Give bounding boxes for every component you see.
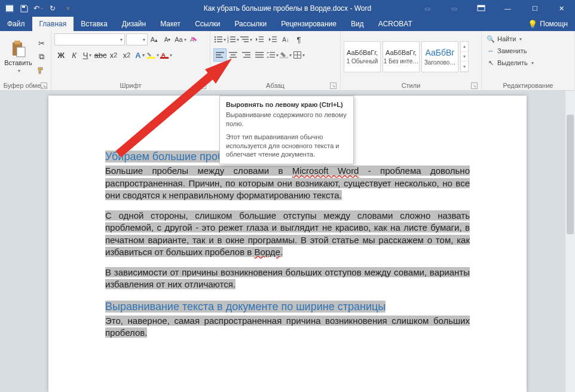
svg-rect-47 [270, 57, 275, 57]
tab-design[interactable]: Дизайн [115, 17, 153, 31]
select-button[interactable]: ↖ Выделить▾ [485, 57, 536, 69]
numbering-icon[interactable]: 123▾ [227, 33, 240, 46]
svg-rect-29 [259, 41, 264, 42]
svg-rect-30 [272, 36, 277, 37]
chevron-down-icon: ▾ [18, 68, 20, 74]
tell-me-help[interactable]: 💡 Помощн [521, 17, 575, 31]
svg-text:3: 3 [227, 40, 229, 43]
svg-rect-17 [217, 41, 222, 42]
increase-indent-icon[interactable] [266, 33, 279, 46]
svg-rect-40 [245, 54, 250, 56]
text-effects-icon[interactable]: A▾ [133, 48, 146, 62]
svg-rect-7 [17, 47, 25, 57]
scroll-up-icon[interactable]: ▴ [461, 42, 468, 52]
italic-icon[interactable]: К [68, 48, 81, 62]
change-case-icon[interactable]: Aa▾ [174, 33, 187, 46]
svg-rect-36 [229, 52, 237, 53]
svg-rect-15 [217, 39, 222, 40]
title-bar: ↶▾ ↻ ▾ Как убрать большие пробелы в Ворд… [0, 0, 575, 17]
ribbon-options-icon[interactable] [467, 0, 494, 17]
tab-insert[interactable]: Вставка [74, 17, 115, 31]
svg-rect-26 [244, 41, 249, 42]
svg-rect-9 [147, 57, 155, 59]
justify-button[interactable] [253, 48, 266, 62]
help-text: Помощн [540, 20, 568, 28]
paste-button[interactable]: Вставить ▾ [3, 40, 33, 73]
minimize-button[interactable]: — [494, 0, 521, 17]
bullets-icon[interactable]: ▾ [213, 33, 227, 46]
svg-rect-38 [230, 57, 237, 58]
font-name-combo[interactable]: ▾ [54, 33, 125, 45]
tab-mailings[interactable]: Рассылки [227, 17, 274, 31]
tab-view[interactable]: Вид [344, 17, 371, 31]
svg-rect-28 [259, 39, 264, 39]
format-painter-icon[interactable] [35, 64, 48, 77]
quick-access-toolbar: ↶▾ ↻ ▾ [0, 4, 78, 13]
find-button[interactable]: 🔍 Найти▾ [485, 33, 524, 45]
svg-rect-44 [255, 57, 264, 58]
redo-icon[interactable]: ↻ [48, 4, 57, 13]
word-app-icon [5, 4, 14, 13]
multilevel-list-icon[interactable]: ▾ [240, 33, 253, 46]
cut-icon[interactable]: ✂ [35, 36, 48, 50]
tab-references[interactable]: Ссылки [188, 17, 227, 31]
align-center-button[interactable] [227, 48, 240, 62]
window-controls: ▭ ▭ — ☐ ✕ [414, 0, 575, 17]
tab-file[interactable]: Файл [0, 17, 32, 31]
group-editing-label: Редактирование [485, 81, 571, 90]
borders-icon[interactable]: ▾ [292, 48, 305, 62]
undo-icon[interactable]: ↶▾ [33, 4, 43, 13]
vertical-scrollbar[interactable] [565, 91, 575, 392]
style-gallery[interactable]: АаБбВвГг, 1 Обычный АаБбВвГг, 1 Без инте… [344, 41, 469, 72]
font-color-icon[interactable]: A▾ [160, 48, 173, 62]
line-spacing-icon[interactable]: ▾ [266, 48, 279, 62]
show-marks-icon[interactable]: ¶ [292, 33, 305, 46]
subscript-icon[interactable]: x2 [107, 48, 120, 62]
superscript-icon[interactable]: x2 [120, 48, 133, 62]
dialog-launcher-icon[interactable]: ↘ [330, 82, 337, 89]
replace-button[interactable]: ↔ Заменить [485, 45, 528, 57]
grow-font-icon[interactable]: A▴ [148, 33, 161, 46]
dialog-launcher-icon[interactable]: ↘ [471, 82, 478, 89]
shrink-font-icon[interactable]: A▾ [161, 33, 174, 46]
maximize-button[interactable]: ☐ [521, 0, 548, 17]
dialog-launcher-icon[interactable]: ↘ [200, 82, 206, 89]
replace-icon: ↔ [487, 47, 495, 54]
svg-rect-33 [216, 52, 224, 53]
expand-gallery-icon[interactable]: ▾ [461, 62, 468, 72]
tab-home[interactable]: Главная [32, 17, 74, 31]
strikethrough-icon[interactable]: abc [94, 48, 107, 62]
tab-acrobat[interactable]: ACROBAT [371, 17, 420, 31]
highlight-icon[interactable]: ▾ [146, 48, 160, 62]
style-no-spacing[interactable]: АаБбВвГг, 1 Без инте… [383, 41, 420, 72]
svg-point-16 [215, 41, 216, 43]
clear-formatting-icon[interactable]: A [187, 33, 200, 46]
scroll-down-icon[interactable]: ▾ [461, 52, 468, 62]
tab-review[interactable]: Рецензирование [274, 17, 344, 31]
align-right-button[interactable] [240, 48, 253, 62]
style-gallery-scroll[interactable]: ▴ ▾ ▾ [460, 41, 469, 72]
shading-icon[interactable]: ▾ [279, 48, 292, 62]
sort-icon[interactable]: A↓ [279, 33, 292, 46]
font-size-combo[interactable]: ▾ [126, 33, 148, 45]
tab-layout[interactable]: Макет [153, 17, 188, 31]
svg-rect-21 [230, 39, 235, 40]
close-button[interactable]: ✕ [548, 0, 575, 17]
underline-icon[interactable]: Ч▾ [81, 48, 94, 62]
svg-rect-48 [280, 57, 288, 59]
bold-icon[interactable]: Ж [54, 48, 68, 62]
align-left-button[interactable] [213, 48, 227, 62]
dialog-launcher-icon[interactable]: ↘ [41, 82, 47, 89]
tooltip-line-1: Выравнивание содержимого по левому полю. [226, 111, 347, 128]
decrease-indent-icon[interactable] [253, 33, 266, 46]
group-styles: АаБбВвГг, 1 Обычный АаБбВвГг, 1 Без инте… [341, 31, 482, 90]
copy-icon[interactable]: ⧉ [35, 50, 48, 63]
svg-rect-24 [240, 36, 249, 38]
doc-paragraph-3: В зависимости от причины возникновения б… [105, 267, 470, 291]
save-icon[interactable] [19, 4, 29, 13]
style-normal[interactable]: АаБбВвГг, 1 Обычный [344, 41, 381, 72]
scrollbar-thumb[interactable] [567, 115, 574, 234]
qat-customize-icon[interactable]: ▾ [63, 4, 73, 13]
group-clipboard-label: Буфер обме…↘ [3, 81, 48, 90]
style-heading-1[interactable]: АаБбВг Заголово… [421, 41, 458, 72]
